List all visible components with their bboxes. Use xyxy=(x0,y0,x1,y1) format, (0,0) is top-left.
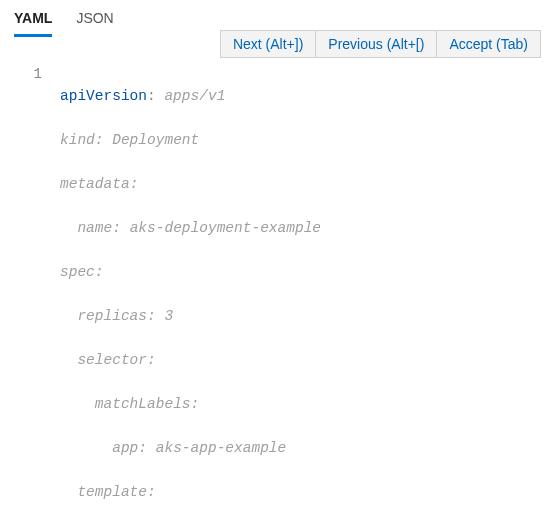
yaml-key: spec xyxy=(60,264,95,280)
yaml-key: name xyxy=(77,220,112,236)
yaml-key: replicas xyxy=(77,308,147,324)
code-editor[interactable]: 1 apiVersion: apps/v1 kind: Deployment m… xyxy=(0,63,551,511)
yaml-value: 3 xyxy=(164,308,173,324)
tab-yaml[interactable]: YAML xyxy=(14,6,52,37)
yaml-key: kind xyxy=(60,132,95,148)
yaml-value: aks-deployment-example xyxy=(130,220,321,236)
accept-suggestion-button[interactable]: Accept (Tab) xyxy=(437,31,540,57)
line-number: 1 xyxy=(34,66,42,82)
yaml-key: matchLabels xyxy=(95,396,191,412)
yaml-key: apiVersion xyxy=(60,88,147,104)
line-number-gutter: 1 xyxy=(0,63,60,511)
suggestion-toolbar: Next (Alt+]) Previous (Alt+[) Accept (Ta… xyxy=(220,30,541,58)
yaml-key: selector xyxy=(77,352,147,368)
yaml-key: app xyxy=(112,440,138,456)
code-content[interactable]: apiVersion: apps/v1 kind: Deployment met… xyxy=(60,63,551,511)
yaml-value: aks-app-example xyxy=(156,440,287,456)
yaml-value: Deployment xyxy=(112,132,199,148)
yaml-key: metadata xyxy=(60,176,130,192)
yaml-value: apps/v1 xyxy=(164,88,225,104)
yaml-key: template xyxy=(77,484,147,500)
tab-json[interactable]: JSON xyxy=(76,6,113,37)
previous-suggestion-button[interactable]: Previous (Alt+[) xyxy=(316,31,437,57)
next-suggestion-button[interactable]: Next (Alt+]) xyxy=(221,31,316,57)
